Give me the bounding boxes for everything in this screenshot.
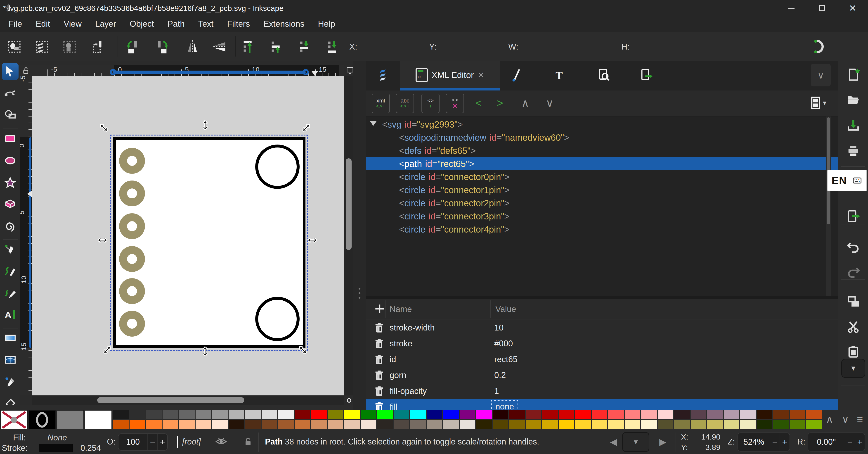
palette-swatch[interactable] <box>493 410 508 419</box>
palette-swatch[interactable] <box>245 420 261 429</box>
palette-swatch[interactable] <box>361 410 376 419</box>
palette-swatch[interactable] <box>113 410 129 419</box>
palette-swatch[interactable] <box>641 420 657 429</box>
menu-path[interactable]: Path <box>160 16 191 32</box>
menu-view[interactable]: View <box>57 16 88 32</box>
palette-swatch[interactable] <box>509 420 525 429</box>
rotate-ccw-icon[interactable] <box>126 39 142 55</box>
palette-swatch[interactable] <box>443 410 459 419</box>
no-color-swatch[interactable] <box>0 410 28 429</box>
opacity-decrement-icon[interactable]: − <box>147 434 157 450</box>
zoom-increment-icon[interactable]: + <box>780 433 789 451</box>
opacity-field[interactable]: 100 − + <box>118 433 168 451</box>
tab-export[interactable] <box>636 61 657 89</box>
stroke-width-value[interactable]: 0.254 <box>81 443 101 453</box>
attribute-row[interactable]: stroke #000 <box>366 336 838 352</box>
palette-swatch[interactable] <box>261 420 277 429</box>
scale-handle-nw[interactable]: ↔ <box>95 115 116 137</box>
palette-swatch[interactable] <box>476 410 492 419</box>
xml-node-defs[interactable]: <defsid="defs65"> <box>366 144 838 157</box>
column-header-name[interactable]: Name <box>390 304 412 314</box>
tab-fill-stroke[interactable] <box>506 61 527 89</box>
fill-value[interactable]: None <box>48 433 67 443</box>
add-attribute-button[interactable] <box>374 303 385 314</box>
menu-text[interactable]: Text <box>191 16 220 32</box>
delete-attribute-icon[interactable] <box>374 354 384 365</box>
palette-swatch[interactable] <box>724 410 739 419</box>
close-button[interactable]: ✕ <box>837 0 868 16</box>
mounting-hole[interactable] <box>255 297 300 341</box>
palette-swatch[interactable] <box>377 420 393 429</box>
palette-swatch[interactable] <box>261 410 277 419</box>
palette-swatch[interactable] <box>806 410 822 419</box>
dropper-tool[interactable] <box>2 374 19 390</box>
palette-swatch[interactable] <box>757 410 772 419</box>
layer-visibility-icon[interactable] <box>215 436 227 448</box>
select-all-layers-icon[interactable] <box>34 39 50 55</box>
move-node-down-button[interactable]: ∨ <box>542 95 558 111</box>
scale-handle-n[interactable]: ↕ <box>202 116 209 132</box>
vertical-scrollbar[interactable] <box>344 76 353 395</box>
palette-swatch[interactable] <box>311 420 327 429</box>
palette-swatch[interactable] <box>575 410 591 419</box>
save-document-icon[interactable] <box>845 118 862 134</box>
horizontal-scrollbar-thumb[interactable] <box>97 397 244 403</box>
palette-swatch[interactable] <box>344 410 360 419</box>
tab-close-icon[interactable]: ✕ <box>477 70 485 80</box>
select-all-icon[interactable] <box>7 39 23 55</box>
indent-node-button[interactable]: > <box>492 95 508 111</box>
select-inverse-icon[interactable] <box>90 39 105 55</box>
new-text-node-button[interactable]: abc <>+ <box>396 94 414 113</box>
rotate-cw-icon[interactable] <box>153 39 169 55</box>
palette-swatch[interactable] <box>790 410 805 419</box>
connector-pad[interactable] <box>119 148 145 174</box>
palette-swatch[interactable] <box>443 420 459 429</box>
palette-swatch[interactable] <box>806 420 822 429</box>
palette-swatch[interactable] <box>542 410 558 419</box>
pencil-tool[interactable] <box>2 263 19 279</box>
palette-swatch[interactable] <box>740 410 756 419</box>
palette-swatch[interactable] <box>162 420 178 429</box>
palette-swatch[interactable] <box>740 420 756 429</box>
palette-swatch[interactable] <box>129 420 145 429</box>
layout-toggle-button[interactable]: ▼ <box>806 95 833 111</box>
palette-swatch[interactable] <box>691 420 706 429</box>
panel-collapse-button[interactable]: ∨ <box>811 64 831 86</box>
rotation-decrement-icon[interactable]: − <box>845 433 855 451</box>
opacity-increment-icon[interactable]: + <box>157 434 167 450</box>
flip-vertical-icon[interactable] <box>212 39 228 55</box>
palette-swatch[interactable] <box>328 420 343 429</box>
canvas[interactable]: ↔ ↕ ↔ ↔ ↔ ↔ ↕ ↔ <box>32 76 344 395</box>
zoom-decrement-icon[interactable]: − <box>770 433 780 451</box>
black-swatch-selected[interactable] <box>29 410 56 429</box>
rotation-value[interactable]: 0.00° <box>808 433 845 451</box>
palette-menu-icon[interactable]: ≡ <box>857 413 863 425</box>
palette-swatch[interactable] <box>575 420 591 429</box>
rotation-field[interactable]: 0.00° − + <box>808 432 865 452</box>
ruler-corner[interactable] <box>20 65 32 76</box>
scale-handle-s[interactable]: ↕ <box>202 342 209 358</box>
vertical-scrollbar-thumb[interactable] <box>346 158 351 250</box>
palette-swatch[interactable] <box>146 410 162 419</box>
palette-swatch[interactable] <box>212 420 228 429</box>
vertical-ruler[interactable]: -5 0 5 10 15 <box>20 76 32 395</box>
connector-pad[interactable] <box>119 246 145 272</box>
unindent-node-button[interactable]: < <box>471 95 487 111</box>
attribute-row[interactable]: stroke-width 10 <box>366 320 838 336</box>
maximize-button[interactable] <box>806 0 837 16</box>
menu-edit[interactable]: Edit <box>29 16 57 32</box>
palette-swatch[interactable] <box>410 410 426 419</box>
scale-handle-e[interactable]: ↔ <box>305 230 319 246</box>
star-tool[interactable] <box>2 174 19 191</box>
xml-node-svg[interactable]: <svgid="svg2993"> <box>366 118 838 131</box>
palette-swatch[interactable] <box>228 410 244 419</box>
open-document-icon[interactable] <box>845 92 862 108</box>
calligraphy-tool[interactable] <box>2 284 19 301</box>
palette-swatch[interactable] <box>493 420 508 429</box>
commands-overflow-dropdown[interactable]: ▼ <box>841 359 865 378</box>
cut-icon[interactable] <box>845 319 862 335</box>
flip-horizontal-icon[interactable] <box>185 39 200 55</box>
tab-find-replace[interactable] <box>594 61 614 89</box>
palette-swatch[interactable] <box>344 420 360 429</box>
palette-swatch[interactable] <box>509 410 525 419</box>
